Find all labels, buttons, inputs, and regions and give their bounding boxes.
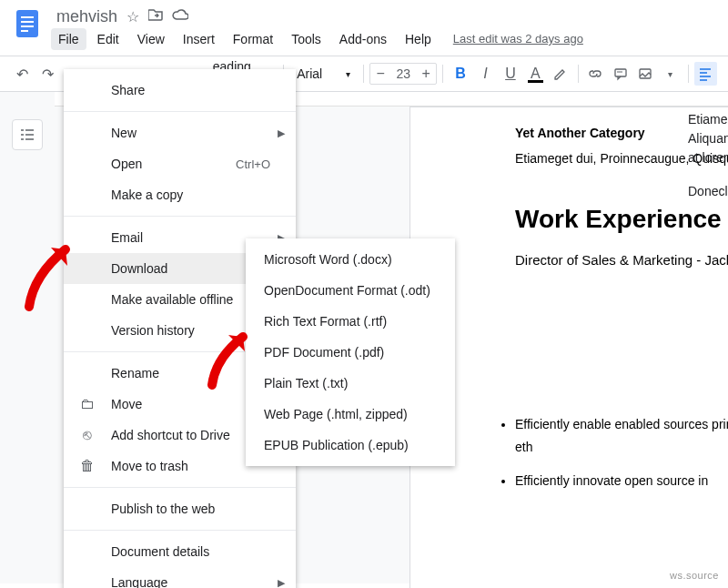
menu-open[interactable]: OpenCtrl+O <box>64 148 296 179</box>
bullet-list: Efficiently enable enabled sources princ… <box>515 413 728 493</box>
menu-format[interactable]: Format <box>226 28 280 50</box>
menu-publish[interactable]: Publish to the web <box>64 493 296 524</box>
menu-label: Microsoft Word (.docx) <box>264 252 392 267</box>
menu-label: PDF Document (.pdf) <box>264 345 384 360</box>
menu-tools[interactable]: Tools <box>284 28 329 50</box>
watermark: ws.source <box>670 570 719 581</box>
menu-divider <box>64 487 296 488</box>
menu-view[interactable]: View <box>130 28 172 50</box>
text-fragment: at loren <box>688 148 728 167</box>
chevron-down-icon[interactable]: ▾ <box>659 62 682 86</box>
menu-help[interactable]: Help <box>398 28 439 50</box>
menu-share[interactable]: Share <box>64 75 296 106</box>
download-rtf[interactable]: Rich Text Format (.rtf) <box>246 306 455 337</box>
menu-details[interactable]: Document details <box>64 536 296 567</box>
separator <box>442 65 443 83</box>
svg-rect-1 <box>21 16 34 18</box>
work-heading: Work Experience <box>515 205 728 234</box>
menu-label: Move to trash <box>111 459 188 473</box>
download-pdf[interactable]: PDF Document (.pdf) <box>246 337 455 368</box>
menu-label: New <box>111 126 136 140</box>
font-select[interactable]: Arial▾ <box>289 62 358 86</box>
chevron-down-icon: ▾ <box>346 69 350 79</box>
menu-label: Rich Text Format (.rtf) <box>264 314 387 329</box>
menu-label: Language <box>111 575 167 588</box>
menu-label: Document details <box>111 544 209 559</box>
italic-button[interactable]: I <box>474 62 497 86</box>
menu-label: OpenDocument Format (.odt) <box>264 283 430 298</box>
underline-button[interactable]: U <box>499 62 521 86</box>
trash-icon: 🗑 <box>78 458 96 474</box>
download-submenu: Microsoft Word (.docx) OpenDocument Form… <box>246 238 455 466</box>
highlight-button[interactable] <box>549 62 571 86</box>
fontsize-stepper: − 23 + <box>369 63 437 85</box>
download-odt[interactable]: OpenDocument Format (.odt) <box>246 275 455 306</box>
menu-divider <box>64 530 296 531</box>
bold-button[interactable]: B <box>449 62 471 86</box>
outline-toggle[interactable] <box>12 119 43 150</box>
menubar: File Edit View Insert Format Tools Add-o… <box>51 28 583 56</box>
menu-divider <box>64 216 296 217</box>
menu-edit[interactable]: Edit <box>90 28 126 50</box>
menu-addons[interactable]: Add-ons <box>332 28 394 50</box>
menu-divider <box>64 111 296 112</box>
svg-rect-5 <box>615 69 626 76</box>
menu-label: Make available offline <box>111 292 233 307</box>
text-fragment: Donecl <box>688 182 728 201</box>
menu-new[interactable]: New▶ <box>64 117 296 148</box>
fontsize-decrease[interactable]: − <box>370 66 390 82</box>
menu-label: Web Page (.html, zipped) <box>264 407 408 421</box>
link-button[interactable] <box>584 62 607 86</box>
menu-label: Make a copy <box>111 188 183 202</box>
svg-rect-4 <box>21 30 28 32</box>
align-button[interactable] <box>694 62 717 86</box>
menu-make-copy[interactable]: Make a copy <box>64 179 296 210</box>
text-fragment: Aliquan <box>688 129 728 148</box>
svg-rect-0 <box>16 10 38 37</box>
list-item: Efficiently innovate open source in <box>515 470 728 492</box>
menu-label: EPUB Publication (.epub) <box>264 438 409 452</box>
undo-button[interactable]: ↶ <box>11 62 34 86</box>
separator <box>363 65 364 83</box>
star-icon[interactable]: ☆ <box>126 8 139 25</box>
text-color-button[interactable]: A <box>524 62 547 86</box>
menu-label: Open <box>111 157 142 171</box>
list-item: Efficiently enable enabled sources princ… <box>515 413 728 459</box>
menu-language[interactable]: Language▶ <box>64 567 296 588</box>
font-label: Arial <box>297 66 322 81</box>
menu-label: Add shortcut to Drive <box>111 428 230 442</box>
menu-label: Rename <box>111 366 159 380</box>
move-icon[interactable] <box>148 8 163 25</box>
download-html[interactable]: Web Page (.html, zipped) <box>246 399 455 430</box>
shortcut-label: Ctrl+O <box>236 157 270 171</box>
menu-label: Version history <box>111 323 195 338</box>
doc-title[interactable]: mehvish <box>56 7 117 26</box>
download-txt[interactable]: Plain Text (.txt) <box>246 368 455 399</box>
download-epub[interactable]: EPUB Publication (.epub) <box>246 430 455 461</box>
comment-button[interactable] <box>609 62 632 86</box>
work-subtitle: Director of Sales & Marketing - Jackso <box>515 252 728 268</box>
download-docx[interactable]: Microsoft Word (.docx) <box>246 244 455 275</box>
fontsize-increase[interactable]: + <box>416 66 436 82</box>
separator <box>688 65 689 83</box>
app-header: mehvish ☆ File Edit View Insert Format T… <box>0 0 728 56</box>
last-edit-link[interactable]: Last edit was 2 days ago <box>453 28 583 50</box>
svg-rect-3 <box>21 25 34 27</box>
image-button[interactable] <box>634 62 657 86</box>
clipped-text: Etiame Aliquan at loren Donecl <box>688 110 728 201</box>
text-fragment: Etiame <box>688 110 728 129</box>
menu-file[interactable]: File <box>51 28 86 50</box>
menu-label: Download <box>111 261 167 276</box>
cloud-saved-icon[interactable] <box>172 8 188 25</box>
document-page[interactable]: Yet Another Category Etiameget dui, Proi… <box>410 106 728 588</box>
menu-insert[interactable]: Insert <box>176 28 222 50</box>
redo-button[interactable]: ↷ <box>35 62 58 86</box>
menu-label: Plain Text (.txt) <box>264 376 348 390</box>
menu-label: Move <box>111 397 142 411</box>
menu-label: Email <box>111 230 143 245</box>
menu-label: Share <box>111 83 145 97</box>
svg-rect-2 <box>21 21 34 23</box>
submenu-arrow-icon: ▶ <box>278 577 285 589</box>
fontsize-value[interactable]: 23 <box>390 66 416 81</box>
menu-label: Publish to the web <box>111 502 215 516</box>
